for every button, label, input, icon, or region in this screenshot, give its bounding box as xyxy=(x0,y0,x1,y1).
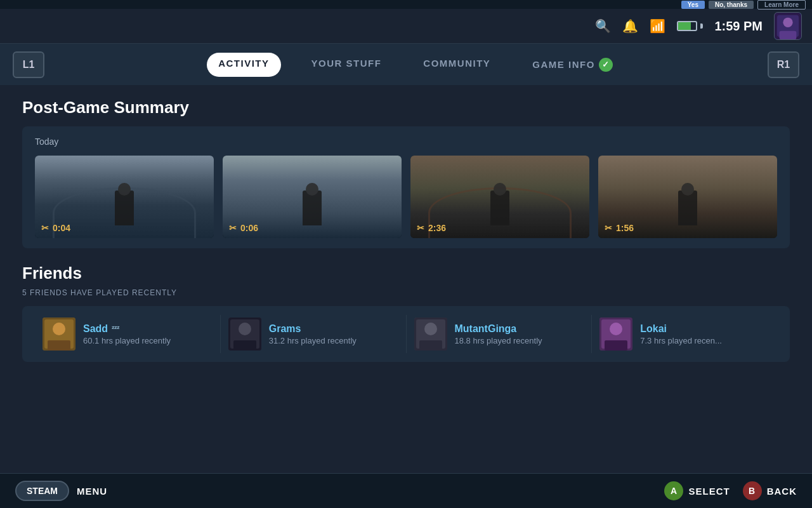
list-item[interactable]: Grams 31.2 hrs played recently xyxy=(221,315,407,353)
yes-button[interactable]: Yes xyxy=(681,1,705,9)
friend-hours: 60.1 hrs played recently xyxy=(83,336,213,345)
notification-banner: Yes No, thanks Learn More xyxy=(0,0,812,9)
clip-icon: ✂ xyxy=(605,223,612,233)
svg-rect-3 xyxy=(780,31,797,39)
svg-rect-7 xyxy=(48,340,70,351)
friend-name: Grams xyxy=(269,323,398,335)
clip-duration: ✂ 0:04 xyxy=(41,223,70,233)
tab-game-info[interactable]: GAME INFO ✓ xyxy=(521,53,624,77)
system-icons: 🔍 🔔 📶 1:59 PM xyxy=(595,12,802,40)
svg-rect-11 xyxy=(233,340,256,351)
menu-label: MENU xyxy=(77,486,107,497)
svg-rect-15 xyxy=(419,340,442,351)
learn-more-button[interactable]: Learn More xyxy=(757,0,806,10)
wifi-icon: 📶 xyxy=(650,18,665,34)
a-button: A xyxy=(664,481,683,500)
verified-check-icon: ✓ xyxy=(599,58,613,72)
clips-row: ✂ 0:04 ✂ 0:06 xyxy=(35,156,777,238)
avatar xyxy=(414,318,447,351)
tab-community[interactable]: COMMUNITY xyxy=(412,53,502,77)
today-label: Today xyxy=(35,137,777,147)
avatar xyxy=(599,318,632,351)
clock: 1:59 PM xyxy=(714,19,763,34)
tab-activity[interactable]: ACTIVITY xyxy=(207,53,280,77)
friend-name: Sadd ᶻᶻᶻ xyxy=(83,323,213,335)
back-label: BACK xyxy=(767,486,797,497)
list-item[interactable]: Lokai 7.3 hrs played recen... xyxy=(592,315,777,353)
bottom-bar: STEAM MENU A SELECT B BACK xyxy=(0,473,812,508)
avatar xyxy=(228,318,261,351)
clip-duration: ✂ 1:56 xyxy=(605,223,634,233)
notification-icon[interactable]: 🔔 xyxy=(622,18,638,34)
main-content: Post-Game Summary Today ✂ 0:04 xyxy=(0,85,812,482)
svg-point-14 xyxy=(424,323,437,335)
clip-item[interactable]: ✂ 1:56 xyxy=(598,156,777,238)
svg-rect-19 xyxy=(605,340,627,351)
clip-item[interactable]: ✂ 0:06 xyxy=(223,156,402,238)
friend-hours: 31.2 hrs played recently xyxy=(269,336,398,345)
bottom-actions: A SELECT B BACK xyxy=(664,481,797,500)
friend-name: MutantGinga xyxy=(455,323,584,335)
r1-button[interactable]: R1 xyxy=(768,51,799,78)
search-icon[interactable]: 🔍 xyxy=(595,18,611,34)
friend-hours: 7.3 hrs played recen... xyxy=(640,336,769,345)
friend-info: Grams 31.2 hrs played recently xyxy=(269,323,398,345)
battery-indicator xyxy=(677,21,703,31)
navigation-bar: L1 ACTIVITY YOUR STUFF COMMUNITY GAME IN… xyxy=(0,44,812,85)
select-label: SELECT xyxy=(688,486,730,497)
friends-title: Friends xyxy=(22,264,790,283)
tab-your-stuff[interactable]: YOUR STUFF xyxy=(300,53,393,77)
svg-point-2 xyxy=(783,18,792,27)
clip-icon: ✂ xyxy=(229,223,237,233)
svg-point-6 xyxy=(53,323,65,335)
friend-info: Sadd ᶻᶻᶻ 60.1 hrs played recently xyxy=(83,323,213,345)
avatar[interactable] xyxy=(774,12,802,40)
svg-point-18 xyxy=(610,323,622,335)
friend-status: ᶻᶻᶻ xyxy=(112,324,119,333)
friends-card: Sadd ᶻᶻᶻ 60.1 hrs played recently Grams xyxy=(22,306,790,362)
friend-info: Lokai 7.3 hrs played recen... xyxy=(640,323,769,345)
friend-name: Lokai xyxy=(640,323,769,335)
clip-item[interactable]: ✂ 0:04 xyxy=(35,156,214,238)
nav-tabs: ACTIVITY YOUR STUFF COMMUNITY GAME INFO … xyxy=(63,53,768,77)
avatar xyxy=(43,318,75,351)
steam-button[interactable]: STEAM xyxy=(15,481,69,501)
friend-hours: 18.8 hrs played recently xyxy=(455,336,584,345)
l1-button[interactable]: L1 xyxy=(13,51,44,78)
b-button: B xyxy=(743,481,762,500)
clip-icon: ✂ xyxy=(417,223,424,233)
svg-point-10 xyxy=(239,323,251,335)
select-action[interactable]: A SELECT xyxy=(664,481,730,500)
list-item[interactable]: Sadd ᶻᶻᶻ 60.1 hrs played recently xyxy=(35,315,221,353)
clip-item[interactable]: ✂ 2:36 xyxy=(410,156,589,238)
friends-subtitle: 5 FRIENDS HAVE PLAYED RECENTLY xyxy=(22,288,790,297)
summary-card: Today ✂ 0:04 xyxy=(22,126,790,248)
back-action[interactable]: B BACK xyxy=(743,481,797,500)
system-bar: 🔍 🔔 📶 1:59 PM xyxy=(0,9,812,44)
no-thanks-button[interactable]: No, thanks xyxy=(709,1,754,9)
post-game-title: Post-Game Summary xyxy=(22,98,790,117)
game-info-label: GAME INFO ✓ xyxy=(532,58,613,72)
clip-duration: ✂ 0:06 xyxy=(229,223,258,233)
clip-icon: ✂ xyxy=(41,223,49,233)
steam-menu: STEAM MENU xyxy=(15,481,107,501)
friend-info: MutantGinga 18.8 hrs played recently xyxy=(455,323,584,345)
clip-duration: ✂ 2:36 xyxy=(417,223,446,233)
list-item[interactable]: MutantGinga 18.8 hrs played recently xyxy=(407,315,593,353)
